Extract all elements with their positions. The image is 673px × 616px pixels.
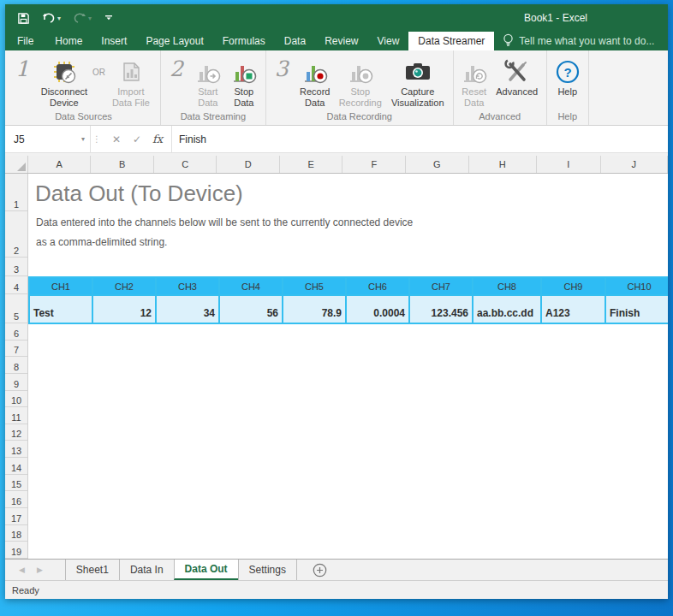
row-header-8[interactable]: 8	[5, 357, 27, 374]
customize-quick-access-icon[interactable]	[104, 13, 114, 23]
step-number: 2	[164, 56, 190, 81]
ribbon-tab-data-streamer[interactable]: Data Streamer	[408, 32, 494, 50]
column-header-g[interactable]: G	[406, 156, 469, 173]
row-header-15[interactable]: 15	[5, 475, 27, 492]
channel-cell-ch1[interactable]: Test	[30, 296, 92, 323]
row-header-19[interactable]: 19	[5, 542, 27, 559]
channel-header-ch4[interactable]: CH4	[220, 278, 282, 294]
name-box[interactable]: J5 ▾	[5, 126, 91, 152]
column-header-row: ABCDEFGHIJ	[5, 156, 668, 174]
record-data-button[interactable]: RecordData	[295, 56, 335, 109]
add-sheet-button[interactable]	[297, 560, 342, 580]
row-header-12[interactable]: 12	[5, 424, 27, 441]
insert-function-icon[interactable]: fx	[147, 133, 168, 145]
row-header-6[interactable]: 6	[5, 323, 27, 341]
row-header-17[interactable]: 17	[5, 508, 27, 525]
sheet-tab-settings[interactable]: Settings	[238, 560, 297, 580]
formula-bar-resize-handle[interactable]: ⋮	[91, 126, 103, 152]
sheet-grid: 12345678910111213141516171819 Data Out (…	[5, 174, 668, 559]
ribbon-tab-home[interactable]: Home	[45, 32, 92, 50]
column-header-c[interactable]: C	[154, 156, 217, 173]
column-header-f[interactable]: F	[342, 156, 406, 173]
ribbon-tab-view[interactable]: View	[368, 32, 409, 50]
ribbon-tab-formulas[interactable]: Formulas	[213, 32, 275, 50]
help-button[interactable]: ?Help	[551, 56, 585, 98]
row-header-4[interactable]: 4	[5, 276, 27, 294]
capture-visualization-icon	[403, 57, 432, 86]
stop-data-button[interactable]: StopData	[226, 56, 262, 109]
enter-icon[interactable]: ✓	[127, 133, 147, 145]
channel-cell-ch7[interactable]: 123.456	[410, 296, 472, 323]
channel-cell-ch6[interactable]: 0.0004	[347, 296, 408, 323]
help-icon: ?	[555, 57, 581, 86]
channel-cell-ch8[interactable]: aa.bb.cc.dd	[473, 296, 540, 323]
column-header-i[interactable]: I	[537, 156, 601, 173]
ribbon-tab-data[interactable]: Data	[275, 32, 315, 50]
ribbon-tab-insert[interactable]: Insert	[92, 32, 136, 50]
channel-header-ch9[interactable]: CH9	[542, 278, 605, 294]
channel-header-ch2[interactable]: CH2	[93, 278, 155, 294]
channel-cell-ch3[interactable]: 34	[157, 296, 218, 323]
tell-me-box[interactable]: Tell me what you want to do...	[494, 32, 663, 50]
save-icon[interactable]	[17, 12, 30, 25]
column-header-e[interactable]: E	[280, 156, 343, 173]
column-header-d[interactable]: D	[217, 156, 280, 173]
stop-data-icon	[230, 57, 258, 86]
row-header-7[interactable]: 7	[5, 341, 27, 358]
ribbon-tab-page-layout[interactable]: Page Layout	[136, 32, 212, 50]
redo-dropdown-caret: ▾	[88, 15, 92, 22]
column-header-a[interactable]: A	[28, 156, 92, 173]
undo-dropdown-caret[interactable]: ▾	[57, 15, 61, 22]
column-header-j[interactable]: J	[601, 156, 668, 173]
channel-cell-ch5[interactable]: 78.9	[283, 296, 345, 323]
channel-header-ch5[interactable]: CH5	[283, 278, 345, 294]
disconnect-device-button[interactable]: DisconnectDevice	[36, 56, 92, 109]
name-box-value: J5	[14, 133, 25, 145]
row-header-10[interactable]: 10	[5, 391, 27, 408]
undo-icon[interactable]: ▾	[42, 12, 61, 24]
select-all-button[interactable]	[5, 156, 28, 173]
column-header-b[interactable]: B	[91, 156, 154, 173]
cancel-icon[interactable]: ✕	[106, 133, 127, 145]
channel-header-ch7[interactable]: CH7	[410, 278, 472, 294]
row-header-13[interactable]: 13	[5, 441, 27, 458]
ribbon-tab-review[interactable]: Review	[315, 32, 367, 50]
channel-header-ch8[interactable]: CH8	[473, 278, 540, 294]
ribbon-button-label: RecordData	[300, 86, 330, 109]
channel-header-ch1[interactable]: CH1	[30, 278, 92, 294]
ribbon-tab-file[interactable]: File	[5, 32, 45, 50]
ribbon-button-label: CaptureVisualization	[391, 86, 444, 109]
status-bar: Ready	[5, 580, 668, 599]
row-header-18[interactable]: 18	[5, 525, 27, 542]
sheet-tab-data-in[interactable]: Data In	[119, 560, 175, 580]
row-header-11[interactable]: 11	[5, 407, 27, 424]
channel-cell-ch4[interactable]: 56	[220, 296, 282, 323]
ribbon-button-label: StopData	[234, 86, 253, 109]
channel-table: CH1CH2CH3CH4CH5CH6CH7CH8CH9CH10Test12345…	[28, 276, 668, 324]
row-header-16[interactable]: 16	[5, 491, 27, 508]
sheet-tab-sheet1[interactable]: Sheet1	[65, 560, 120, 580]
channel-cell-ch2[interactable]: 12	[93, 296, 155, 323]
row-header-1[interactable]: 1	[5, 174, 27, 211]
row-header-3[interactable]: 3	[5, 258, 27, 276]
row-header-2[interactable]: 2	[5, 211, 27, 258]
row-header-9[interactable]: 9	[5, 374, 27, 391]
grid-body[interactable]: Data Out (To Device) Data entered into t…	[28, 174, 668, 559]
advanced-icon	[503, 57, 532, 86]
column-header-h[interactable]: H	[469, 156, 537, 173]
formula-input[interactable]: Finish	[172, 126, 668, 152]
ribbon-button-label: DisconnectDevice	[41, 86, 87, 109]
advanced-button[interactable]: Advanced	[491, 56, 543, 98]
channel-cell-ch10[interactable]: Finish	[606, 296, 668, 323]
row-header-14[interactable]: 14	[5, 458, 27, 475]
channel-cell-ch9[interactable]: A123	[542, 296, 605, 323]
channel-header-ch6[interactable]: CH6	[347, 278, 408, 294]
name-box-dropdown-icon[interactable]: ▾	[81, 135, 85, 143]
sheet-nav-left-icon[interactable]: ◀	[19, 566, 25, 574]
channel-header-ch3[interactable]: CH3	[157, 278, 218, 294]
channel-header-ch10[interactable]: CH10	[606, 278, 668, 294]
sheet-tab-data-out[interactable]: Data Out	[174, 560, 239, 580]
sheet-nav-right-icon[interactable]: ▶	[37, 566, 43, 574]
row-header-5[interactable]: 5	[5, 294, 27, 323]
capture-visualization-button[interactable]: CaptureVisualization	[386, 56, 450, 109]
